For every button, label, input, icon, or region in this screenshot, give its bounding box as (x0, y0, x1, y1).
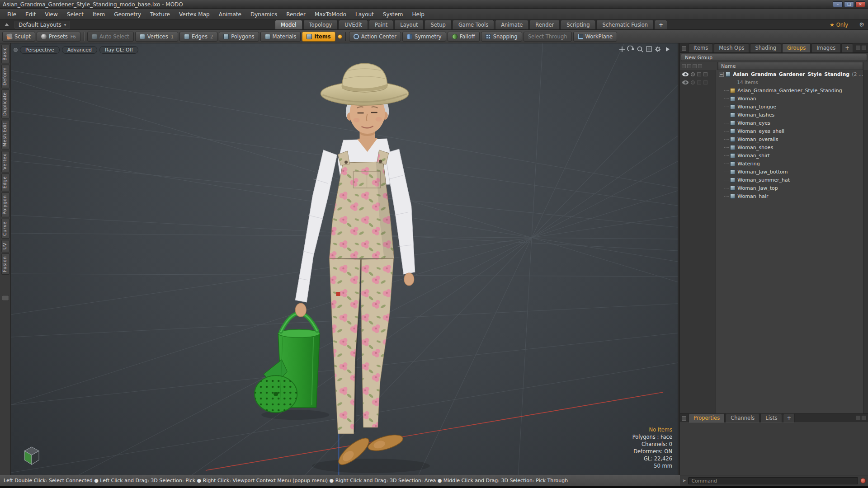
menu-system[interactable]: System (378, 9, 408, 20)
falloff-button[interactable]: Falloff (448, 32, 480, 42)
menu-maxtomodo[interactable]: MaxToModo (310, 9, 351, 20)
tab-images[interactable]: Images (811, 43, 840, 52)
rotate-icon[interactable] (627, 46, 634, 51)
tree-item-row[interactable]: Woman_Jaw_bottom (716, 168, 863, 176)
minimize-button[interactable]: – (833, 1, 843, 7)
tab-properties[interactable]: Properties (689, 413, 725, 422)
tree-item-row[interactable]: Woman_shoes (716, 143, 863, 151)
layout-tab-layout[interactable]: Layout (394, 20, 424, 29)
menu-geometry[interactable]: Geometry (109, 9, 146, 20)
advanced-button[interactable]: Advanced (62, 46, 97, 54)
menu-texture[interactable]: Texture (146, 9, 175, 20)
menu-item[interactable]: Item (88, 9, 109, 20)
tree-item-row[interactable]: Woman_overalls (716, 135, 863, 143)
name-column-header[interactable]: Name (718, 62, 863, 70)
default-layouts-dropdown[interactable]: Default Layouts ▾ (14, 21, 70, 29)
viewport-canvas[interactable] (11, 43, 678, 475)
layout-tab-setup[interactable]: Setup (425, 20, 451, 29)
menu-vertex-map[interactable]: Vertex Map (175, 9, 214, 20)
gear-icon[interactable] (655, 47, 660, 52)
menu-view[interactable]: View (40, 9, 62, 20)
menu-edit[interactable]: Edit (21, 9, 40, 20)
expand-panel-icon[interactable] (856, 416, 860, 420)
menu-render[interactable]: Render (282, 9, 310, 20)
panel-options-icon[interactable] (862, 46, 866, 50)
workplane-button[interactable]: WorkPlane (573, 32, 618, 42)
menu-select[interactable]: Select (62, 9, 88, 20)
layout-tab-animate[interactable]: Animate (495, 20, 528, 29)
arrow-up-icon[interactable] (5, 23, 9, 26)
lock-toggle-icon[interactable] (697, 72, 701, 76)
add-panel-tab-button[interactable]: + (841, 43, 853, 52)
zoom-icon[interactable] (638, 47, 643, 52)
play-icon[interactable] (666, 47, 670, 52)
visibility-column-icon[interactable] (682, 64, 686, 68)
tree-item-row[interactable]: Watering (716, 160, 863, 168)
lock-column-icon[interactable] (693, 64, 697, 68)
menu-file[interactable]: File (3, 9, 21, 20)
snapping-button[interactable]: Snapping (481, 32, 522, 42)
viewport-3d[interactable]: Perspective Advanced Ray GL: Off (11, 43, 678, 475)
tree-item-row[interactable]: Woman (716, 94, 863, 103)
viewport-toggle-icon[interactable] (14, 48, 18, 52)
lock-toggle-icon[interactable] (697, 80, 701, 84)
presets-button[interactable]: Presets F6 (37, 32, 80, 42)
layout-tab-uvedit[interactable]: UVEdit (339, 20, 368, 29)
pan-icon[interactable] (619, 47, 625, 52)
tree-item-row[interactable]: Woman_eyes_shell (716, 127, 863, 135)
collapse-icon[interactable]: − (719, 72, 724, 77)
select-toggle-icon[interactable] (703, 72, 708, 76)
left-tab-curve[interactable]: Curve (1, 219, 9, 239)
tab-channels[interactable]: Channels (726, 413, 760, 422)
add-layout-tab-button[interactable]: + (655, 20, 667, 29)
items-button[interactable]: Items (302, 32, 335, 42)
tree-item-row[interactable]: Woman_tongue (716, 103, 863, 111)
tab-mesh-ops[interactable]: Mesh Ops (714, 43, 749, 52)
left-tab-edge[interactable]: Edge (1, 174, 9, 191)
tab-items[interactable]: Items (689, 43, 713, 52)
layout-tab-model[interactable]: Model (275, 20, 302, 29)
close-button[interactable]: × (855, 1, 865, 7)
menu-help[interactable]: Help (408, 9, 429, 20)
left-tab-uv[interactable]: UV (1, 240, 9, 252)
eye-icon[interactable] (682, 72, 689, 76)
left-tab-duplicate[interactable]: Duplicate (1, 89, 9, 118)
ray-gl-button[interactable]: Ray GL: Off (99, 46, 138, 54)
select-toggle-icon[interactable] (703, 80, 708, 84)
tab-shading[interactable]: Shading (750, 43, 781, 52)
add-panel-tab-button[interactable]: + (783, 413, 795, 422)
render-toggle-icon[interactable] (691, 80, 695, 84)
left-tab-vertex[interactable]: Vertex (1, 151, 9, 172)
gear-icon[interactable]: ⚙ (859, 21, 864, 28)
tree-item-row[interactable]: Woman_summer_hat (716, 176, 863, 184)
tree-item-row[interactable]: Woman_eyes (716, 119, 863, 127)
tab-lists[interactable]: Lists (760, 413, 782, 422)
render-column-icon[interactable] (687, 64, 691, 68)
layout-tab-scripting[interactable]: Scripting (561, 20, 595, 29)
left-tab-basic[interactable]: Basic (1, 45, 9, 63)
command-input[interactable]: Command (688, 477, 858, 484)
record-indicator[interactable] (860, 478, 866, 483)
symmetry-button[interactable]: Symmetry (402, 32, 446, 42)
materials-button[interactable]: Materials (260, 32, 301, 42)
layout-tab-schematic-fusion[interactable]: Schematic Fusion (596, 20, 654, 29)
panel-corner-icon[interactable] (682, 46, 686, 51)
layout-tab-game-tools[interactable]: Game Tools (453, 20, 494, 29)
tree-item-row[interactable]: Woman_shirt (716, 151, 863, 160)
tree-scrollbar[interactable] (863, 70, 868, 413)
eye-icon[interactable] (682, 80, 689, 84)
render-toggle-icon[interactable] (691, 72, 695, 76)
menu-animate[interactable]: Animate (214, 9, 246, 20)
left-tab-fusion[interactable]: Fusion (1, 253, 9, 275)
vertices-button[interactable]: Vertices 1 (135, 32, 178, 42)
sculpt-button[interactable]: Sculpt (2, 32, 35, 42)
layout-tab-render[interactable]: Render (529, 20, 560, 29)
new-group-button[interactable]: New Group (681, 54, 867, 61)
menu-dynamics[interactable]: Dynamics (246, 9, 282, 20)
layout-tab-paint[interactable]: Paint (369, 20, 393, 29)
tree-item-row[interactable]: Woman_hair (716, 192, 863, 200)
edges-button[interactable]: Edges 2 (179, 32, 217, 42)
polygons-button[interactable]: Polygons (219, 32, 259, 42)
tree-item-row[interactable]: Woman_lashes (716, 111, 863, 119)
perspective-button[interactable]: Perspective (20, 46, 60, 54)
